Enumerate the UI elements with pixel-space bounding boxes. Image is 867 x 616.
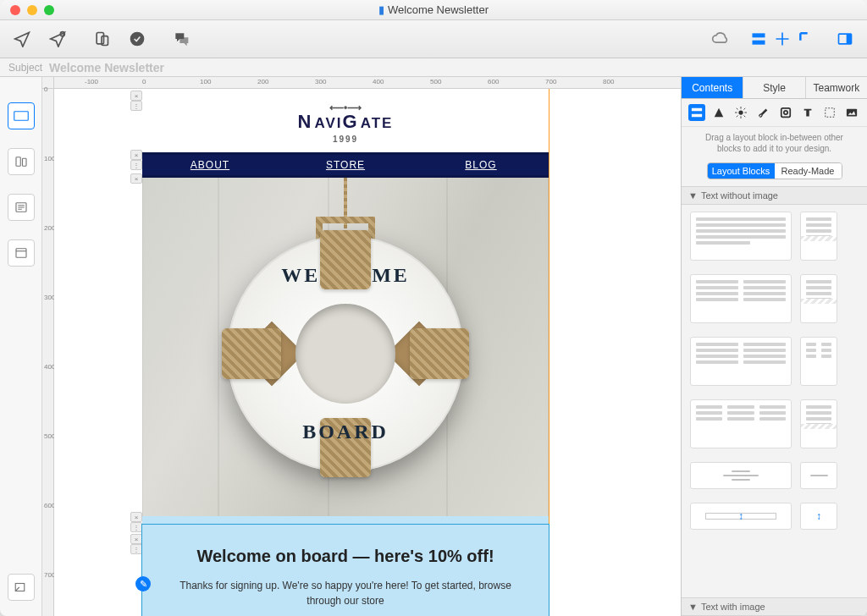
nav-blog[interactable]: BLOG [413, 155, 549, 175]
block-handle[interactable]: × [130, 150, 142, 160]
layout-thumb-single[interactable] [690, 212, 792, 261]
ruler-tick: 500 [430, 78, 441, 85]
hero-image-block[interactable]: WELCOME 01 01 BOARD [142, 178, 549, 516]
layout-guides-button[interactable] [770, 27, 794, 51]
svg-point-3 [130, 32, 145, 47]
segment-layout-blocks[interactable]: Layout Blocks [708, 163, 775, 179]
block-handle[interactable]: × [130, 534, 142, 544]
preview-button[interactable] [90, 27, 113, 51]
blocks-list: ↕ ↕ [682, 205, 867, 597]
compass-icon: ⟵•⟶ [142, 104, 549, 111]
subject-value[interactable]: Welcome Newsletter [49, 61, 164, 74]
ruler-tick: 0 [44, 85, 47, 93]
layout-thumb-spacer-sm[interactable]: ↕ [800, 503, 837, 530]
layout-rows-button[interactable] [747, 27, 770, 51]
panel-hint: Drag a layout block in-between other blo… [682, 127, 867, 159]
brand-year: 1999 [142, 135, 549, 144]
zoom-toggle-button[interactable] [8, 574, 35, 601]
body-text[interactable]: Thanks for signing up. We're so happy yo… [168, 578, 523, 608]
text-block-selected[interactable]: ✎ Welcome on board — here's 10% off! Tha… [142, 525, 549, 616]
ruler-horizontal[interactable]: -1000100200300400500600700800 [54, 77, 681, 89]
cloud-sync-button[interactable] [708, 27, 732, 51]
layout-thumb-3col[interactable] [690, 399, 792, 448]
ruler-tick: 400 [373, 78, 384, 85]
window-controls [0, 5, 54, 15]
layout-corners-button[interactable] [794, 27, 818, 51]
brand-logo[interactable]: ⟵•⟶ NAVIGATE 1999 [142, 89, 549, 152]
send-button[interactable] [46, 27, 69, 51]
tab-contents[interactable]: Contents [682, 77, 743, 98]
svg-rect-20 [847, 109, 857, 117]
text-view-button[interactable] [8, 194, 35, 221]
guide-vertical[interactable] [549, 89, 549, 616]
headline[interactable]: Welcome on board — here's 10% off! [168, 547, 523, 566]
layout-thumb-divider[interactable] [690, 462, 792, 489]
expand-icon: ↕ [738, 510, 743, 522]
disclosure-icon: ▼ [688, 190, 698, 201]
svg-rect-9 [16, 157, 20, 167]
canvas[interactable]: -1000100200300400500600700800 0100200300… [42, 77, 681, 616]
svg-rect-7 [847, 34, 852, 44]
block-handle[interactable]: ⋮ [130, 522, 142, 532]
send-test-button[interactable] [10, 27, 34, 51]
section-text-with-image[interactable]: ▼Text with image [682, 597, 867, 616]
ruler-tick: 100 [200, 78, 211, 85]
lifebuoy: WELCOME 01 01 BOARD [227, 235, 464, 472]
ruler-tick: 600 [488, 78, 499, 85]
segment-ready-made[interactable]: Ready-Made [775, 163, 842, 179]
layout-thumb-2col-sm[interactable] [800, 274, 837, 323]
toggle-panel-button[interactable] [833, 27, 857, 51]
svg-point-16 [739, 110, 743, 114]
window-title-text: Welcome Newsletter [388, 3, 489, 16]
expand-icon: ↕ [816, 510, 821, 522]
email-document[interactable]: × ⋮ × ⋮ × × ⋮ × ⋮ ⟵•⟶ NAVIGATE 1999 AB [142, 89, 549, 616]
close-window-icon[interactable] [10, 5, 20, 15]
document-icon: ▮ [378, 3, 384, 16]
brand-name: NAVIGATE [298, 111, 394, 132]
ruler-tick: 200 [257, 78, 268, 85]
feedback-button[interactable] [169, 27, 193, 51]
layout-thumb-3col-sm[interactable] [800, 399, 837, 448]
block-handle[interactable]: ⋮ [130, 544, 142, 554]
mobile-view-button[interactable] [8, 148, 35, 175]
block-handle[interactable]: ⋮ [130, 160, 142, 170]
block-handle[interactable]: × [130, 173, 142, 184]
desktop-view-button[interactable] [8, 102, 35, 129]
disclosure-icon: ▼ [688, 602, 698, 612]
device-rail [0, 77, 42, 616]
layout-thumb-divider-sm[interactable] [800, 462, 837, 489]
zoom-window-icon[interactable] [44, 5, 54, 15]
media-block-icon[interactable] [843, 104, 860, 121]
text-block-icon[interactable] [799, 104, 816, 121]
tab-style[interactable]: Style [743, 77, 805, 98]
svg-rect-14 [692, 108, 702, 112]
window-title: ▮Welcome Newsletter [0, 3, 867, 16]
source-view-button[interactable] [8, 239, 35, 267]
minimize-window-icon[interactable] [27, 5, 37, 15]
block-handle[interactable]: × [130, 512, 142, 522]
block-handle[interactable]: ⋮ [130, 101, 142, 111]
section-text-without-image[interactable]: ▼Text without image [682, 186, 867, 205]
layout-thumb-single-sm[interactable] [800, 212, 837, 261]
hero-word-bottom: BOARD [227, 421, 464, 443]
heading-block-icon[interactable] [710, 104, 727, 121]
layout-thumb-spacer[interactable]: ↕ [690, 503, 792, 530]
layout-thumb-2col-alt[interactable] [690, 337, 792, 386]
inspector-panel: Contents Style Teamwork Drag a layout bl… [681, 77, 867, 616]
tab-teamwork[interactable]: Teamwork [806, 77, 867, 98]
layout-thumb-list-sm[interactable] [800, 337, 837, 386]
subject-bar: Subject Welcome Newsletter [0, 58, 867, 77]
selection-block-icon[interactable] [821, 104, 838, 121]
ruler-vertical[interactable]: 0100200300400500600700 [42, 89, 54, 616]
nav-about[interactable]: ABOUT [142, 155, 278, 175]
titlebar: ▮Welcome Newsletter [0, 0, 867, 20]
layout-thumb-2col[interactable] [690, 274, 792, 323]
burst-block-icon[interactable] [732, 104, 749, 121]
nav-store[interactable]: STORE [278, 155, 413, 175]
check-button[interactable] [125, 27, 149, 51]
image-block-icon[interactable] [777, 104, 794, 121]
block-handle[interactable]: × [130, 91, 142, 101]
selection-badge-icon[interactable]: ✎ [135, 576, 151, 591]
brush-block-icon[interactable] [754, 104, 771, 121]
layout-block-icon[interactable] [688, 104, 705, 121]
